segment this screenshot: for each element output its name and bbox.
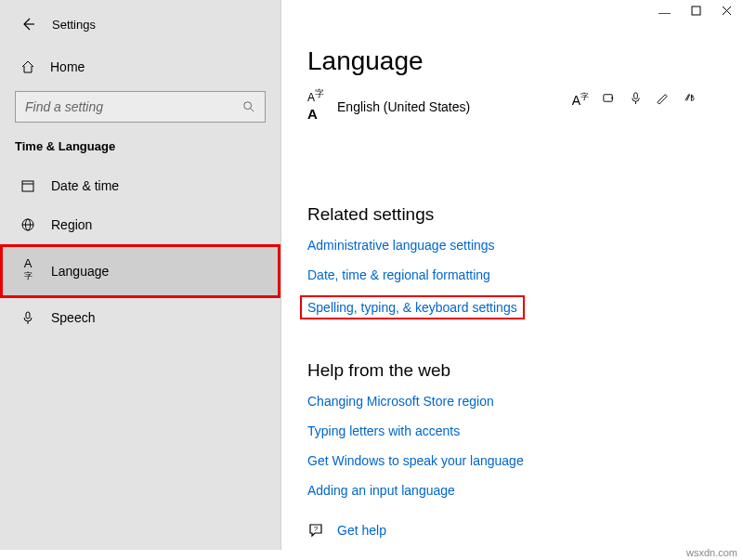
- current-language: English (United States): [337, 99, 470, 114]
- link-spelling-typing[interactable]: Spelling, typing, & keyboard settings: [302, 297, 523, 318]
- get-help-link[interactable]: Get help: [337, 523, 386, 538]
- sidebar-item-date-time[interactable]: Date & time: [0, 166, 280, 205]
- sidebar-home[interactable]: Home: [0, 52, 280, 82]
- main-content: — Language A字A English (United States) A…: [281, 0, 743, 550]
- search-input[interactable]: Find a setting: [15, 91, 266, 123]
- basic-typing-icon[interactable]: [683, 91, 697, 108]
- sidebar-item-label: Speech: [51, 310, 95, 325]
- related-settings-heading: Related settings: [307, 204, 717, 225]
- sidebar-item-language[interactable]: A字 Language: [0, 244, 280, 298]
- page-title: Language: [307, 46, 717, 76]
- back-icon[interactable]: [20, 17, 35, 32]
- sidebar-item-region[interactable]: Region: [0, 205, 280, 244]
- get-help-row[interactable]: ? Get help: [307, 522, 717, 539]
- svg-point-1: [244, 102, 252, 110]
- svg-line-2: [251, 109, 254, 112]
- sidebar-item-label: Region: [51, 217, 92, 232]
- link-date-time-format[interactable]: Date, time & regional formatting: [307, 267, 717, 282]
- link-admin-language[interactable]: Administrative language settings: [307, 238, 717, 253]
- search-placeholder: Find a setting: [25, 99, 103, 114]
- link-store-region[interactable]: Changing Microsoft Store region: [307, 394, 717, 409]
- link-speak-language[interactable]: Get Windows to speak your language: [307, 453, 717, 468]
- display-lang-icon[interactable]: A字: [572, 91, 589, 108]
- svg-point-13: [611, 98, 613, 99]
- microphone-icon: [20, 310, 35, 325]
- search-icon: [242, 100, 255, 113]
- language-glyph-icon: A字A: [307, 93, 324, 121]
- sidebar-item-label: Date & time: [51, 178, 119, 193]
- sidebar-item-label: Language: [51, 264, 109, 279]
- svg-text:?: ?: [314, 525, 319, 533]
- calendar-icon: [20, 178, 35, 193]
- language-icon: A字: [20, 256, 35, 286]
- svg-rect-3: [22, 181, 33, 191]
- svg-rect-14: [634, 93, 638, 99]
- globe-icon: [20, 217, 35, 232]
- link-accents[interactable]: Typing letters with accents: [307, 423, 717, 438]
- sidebar-item-speech[interactable]: Speech: [0, 298, 280, 337]
- close-icon[interactable]: [722, 6, 732, 20]
- text-to-speech-icon[interactable]: [602, 91, 616, 108]
- app-title: Settings: [52, 18, 96, 32]
- svg-rect-9: [692, 7, 700, 15]
- home-label: Home: [50, 59, 85, 74]
- speech-recog-icon[interactable]: [629, 91, 643, 108]
- language-feature-icons: A字: [572, 91, 697, 108]
- help-web-heading: Help from the web: [307, 360, 717, 381]
- watermark: wsxdn.com: [686, 547, 737, 558]
- home-icon: [20, 59, 35, 74]
- maximize-icon[interactable]: [691, 6, 701, 20]
- sidebar: Settings Home Find a setting Time & Lang…: [0, 0, 281, 550]
- svg-rect-12: [604, 95, 612, 102]
- chat-icon: ?: [307, 522, 324, 539]
- minimize-icon[interactable]: —: [658, 6, 671, 20]
- svg-rect-8: [26, 312, 30, 319]
- handwriting-icon[interactable]: [656, 91, 670, 108]
- sidebar-category: Time & Language: [0, 139, 280, 166]
- link-add-input-lang[interactable]: Adding an input language: [307, 483, 717, 498]
